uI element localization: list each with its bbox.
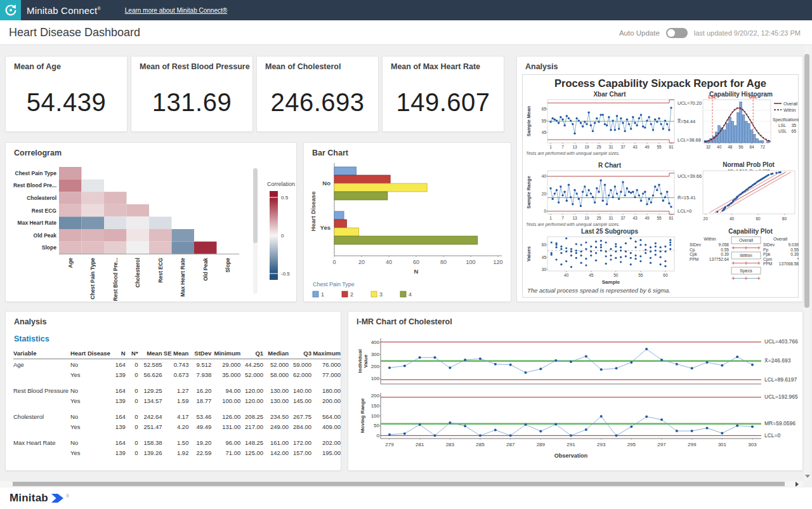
- data-point: [615, 251, 617, 253]
- data-point: [620, 249, 622, 251]
- data-point: [509, 364, 512, 366]
- chart-text: 55: [542, 119, 547, 123]
- hist-bar: [750, 130, 753, 143]
- chart-text: 45: [589, 273, 594, 277]
- chart-text: Specifications: [773, 117, 799, 122]
- data-point: [592, 196, 594, 198]
- stats-cell: 16.20: [188, 385, 211, 395]
- stats-cell: No: [70, 437, 110, 447]
- chart-text: MR=59.0596: [764, 420, 796, 426]
- corr-cell: [104, 242, 127, 255]
- data-point: [575, 257, 577, 259]
- data-point: [599, 180, 601, 182]
- sixpack-footnote: The actual process spread is represented…: [527, 287, 671, 294]
- data-point: [403, 432, 406, 435]
- data-point: [595, 252, 597, 254]
- chart-text: 65: [791, 129, 796, 133]
- data-point: [494, 429, 497, 432]
- data-point: [775, 172, 777, 174]
- data-point: [634, 246, 636, 248]
- data-point: [606, 203, 608, 205]
- chart-text: 20: [542, 192, 547, 196]
- chart-text: 35: [791, 123, 796, 128]
- data-point: [590, 251, 592, 253]
- data-point: [645, 249, 646, 251]
- data-point: [580, 255, 582, 256]
- bar-legend-title: Chest Pain Type: [313, 281, 355, 288]
- chart-text: 49: [645, 145, 650, 149]
- stats-header-cell: Maximum: [311, 348, 341, 359]
- chart-text: 50: [613, 273, 619, 277]
- data-point: [636, 189, 638, 191]
- vertical-scrollbar-thumb[interactable]: [804, 54, 809, 308]
- data-point: [558, 201, 560, 203]
- kpi-title: Mean of Cholesterol: [265, 62, 341, 71]
- stats-cell: 19.20: [188, 437, 211, 447]
- chart-text: Overall: [739, 238, 754, 242]
- data-point: [600, 244, 602, 246]
- data-point: [586, 123, 587, 125]
- chart-text: 301: [718, 442, 727, 447]
- stats-cell: No: [70, 411, 110, 421]
- corr-col-label: Old Peak: [202, 258, 209, 281]
- data-point: [645, 252, 646, 254]
- bar-yes-cpt3: [334, 228, 359, 236]
- scroll-right-arrow-icon[interactable]: [796, 482, 799, 487]
- hist-bar: [756, 138, 758, 143]
- chart-text: 60: [542, 242, 547, 247]
- stats-cell: 126.00: [211, 411, 240, 421]
- minitab-connect-logo[interactable]: [0, 0, 21, 20]
- data-point: [656, 121, 658, 122]
- data-point: [556, 119, 558, 121]
- chart-text: LCL=0: [764, 432, 781, 439]
- chart-text: Overall: [773, 237, 788, 241]
- data-point: [568, 184, 570, 186]
- data-point: [644, 126, 646, 128]
- corr-cell: [59, 204, 82, 217]
- chart-text: 72: [761, 145, 766, 149]
- hist-bar: [748, 123, 750, 143]
- chart-text: PPM: [763, 261, 772, 266]
- data-point: [664, 260, 666, 262]
- scroll-down-arrow-icon[interactable]: [805, 475, 810, 478]
- data-point: [539, 430, 542, 432]
- footer-brand: Minitab: [10, 492, 48, 505]
- data-point: [612, 196, 613, 198]
- stats-cell: 1.27: [162, 385, 188, 395]
- capability-plot-title: Capability Plot: [728, 228, 773, 235]
- bar-chart-panel: Bar Chart NoYes020406080100120NHeart Dis…: [303, 142, 511, 302]
- data-point: [610, 129, 612, 131]
- stats-cell: Max Heart Rate: [13, 437, 70, 447]
- chart-text: 25: [596, 216, 601, 220]
- corr-colorbar: [270, 191, 278, 280]
- statistics-heading[interactable]: Statistics: [14, 334, 49, 343]
- corr-cell: [104, 204, 127, 217]
- data-point: [563, 191, 565, 193]
- data-point: [596, 187, 598, 189]
- chart-text: R̄=15.41: [678, 195, 696, 201]
- data-point: [596, 117, 598, 119]
- data-point: [614, 129, 616, 131]
- kpi-card-mean-rest-bp: Mean of Rest Blood Pressure 131.69: [131, 56, 253, 132]
- data-point: [615, 367, 618, 369]
- stats-header-cell: SE Mean: [162, 348, 188, 359]
- chart-text: 61: [669, 216, 674, 220]
- data-point: [606, 124, 608, 126]
- corr-cell: [104, 192, 127, 204]
- stats-header-cell: Mean: [138, 348, 162, 359]
- chart-text: 300: [371, 352, 380, 357]
- learn-more-link[interactable]: Learn more about Minitab Connect®: [125, 7, 227, 14]
- stats-header-cell: Heart Disease: [70, 348, 110, 359]
- chart-text: X̿=54.44: [677, 119, 695, 124]
- corr-cell: [194, 242, 217, 255]
- data-point: [549, 121, 551, 122]
- data-point: [669, 244, 671, 246]
- data-point: [560, 248, 562, 250]
- stats-cell: 130.00: [263, 395, 289, 406]
- horizontal-scrollbar-thumb[interactable]: [13, 482, 785, 486]
- auto-update-toggle[interactable]: [666, 28, 688, 38]
- chart-text: 1: [549, 216, 552, 220]
- correlogram-scrollbar-thumb[interactable]: [253, 168, 258, 243]
- data-point: [630, 425, 632, 428]
- data-point: [628, 191, 630, 193]
